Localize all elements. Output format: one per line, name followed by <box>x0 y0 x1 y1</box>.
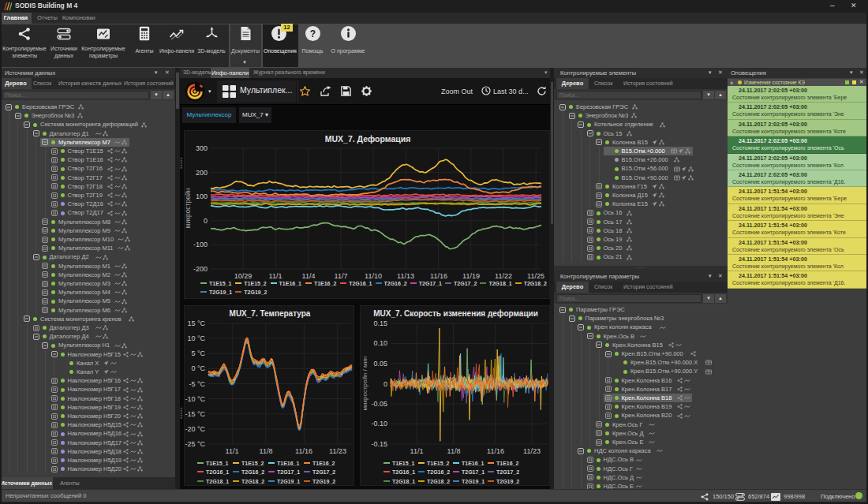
svg-text:0: 0 <box>383 380 387 388</box>
svg-text:10 °C: 10 °C <box>187 334 205 342</box>
svg-text:-200: -200 <box>193 265 208 273</box>
svg-text:11/8: 11/8 <box>260 447 273 455</box>
svg-text:11/8: 11/8 <box>447 447 461 455</box>
svg-text:11/16: 11/16 <box>487 447 504 455</box>
svg-text:-100: -100 <box>193 241 208 248</box>
svg-text:микрострейн: микрострейн <box>185 188 192 228</box>
svg-text:11/23: 11/23 <box>329 447 346 455</box>
svg-text:10/29: 10/29 <box>234 272 253 280</box>
svg-text:11/10: 11/10 <box>365 272 382 280</box>
svg-text:100: 100 <box>196 192 208 200</box>
svg-text:0.05: 0.05 <box>373 360 387 368</box>
svg-text:11/4: 11/4 <box>302 272 316 280</box>
svg-text:200: 200 <box>196 169 208 177</box>
svg-text:11/1: 11/1 <box>410 447 424 455</box>
svg-text:11/22: 11/22 <box>495 272 512 280</box>
svg-text:11/1: 11/1 <box>269 272 282 280</box>
svg-text:11/23: 11/23 <box>523 447 541 455</box>
svg-text:11/19: 11/19 <box>462 272 480 280</box>
svg-text:-15 °C: -15 °C <box>185 410 205 418</box>
svg-text:-0.10: -0.10 <box>371 420 387 427</box>
svg-text:-5 °C: -5 °C <box>189 380 205 388</box>
svg-text:11/25: 11/25 <box>527 272 544 280</box>
svg-text:0.15: 0.15 <box>373 319 387 327</box>
svg-text:микрострейн / мин: микрострейн / мин <box>361 357 369 411</box>
svg-text:15 °C: 15 °C <box>187 319 205 327</box>
svg-text:0: 0 <box>204 217 208 225</box>
svg-text:11/1: 11/1 <box>226 447 239 455</box>
svg-text:11/13: 11/13 <box>397 272 414 280</box>
svg-text:-0.05: -0.05 <box>371 400 387 408</box>
svg-text:-10 °C: -10 °C <box>185 395 205 403</box>
svg-text:11/16: 11/16 <box>430 272 447 280</box>
svg-text:11/7: 11/7 <box>335 272 348 280</box>
svg-text:-0.15: -0.15 <box>371 440 387 448</box>
svg-text:11/16: 11/16 <box>295 447 312 455</box>
svg-text:?: ? <box>310 28 316 39</box>
svg-text:-25 °C: -25 °C <box>185 440 205 448</box>
svg-text:0.10: 0.10 <box>373 339 387 347</box>
svg-text:300: 300 <box>196 144 208 152</box>
svg-text:-20 °C: -20 °C <box>185 425 205 433</box>
svg-text:0 °C: 0 °C <box>191 364 205 372</box>
svg-text:5 °C: 5 °C <box>191 349 205 357</box>
